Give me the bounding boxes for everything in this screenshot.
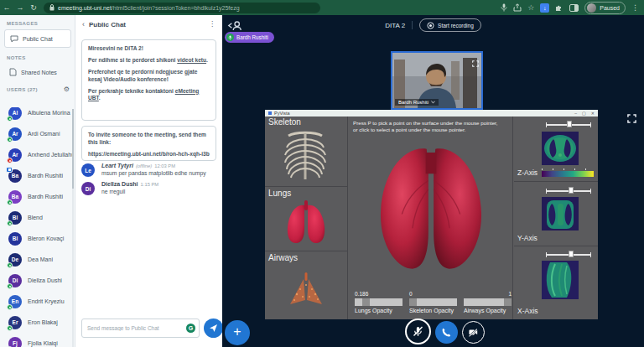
slider-handle[interactable] [409, 298, 417, 306]
y-axis-slider[interactable] [546, 188, 591, 194]
users-scrollbar-thumb[interactable] [72, 109, 74, 189]
window-maximize-icon[interactable]: ▢ [582, 110, 586, 117]
status-badge [7, 304, 13, 310]
reload-icon[interactable]: ↻ [27, 0, 40, 15]
sidebar-item-shared-notes[interactable]: Shared Notes [4, 63, 71, 81]
avatar: Ba [8, 169, 22, 183]
grammarly-icon[interactable]: G [186, 324, 195, 333]
status-badge [7, 199, 13, 205]
user-list-item[interactable]: Er Eron Blakaj [0, 312, 74, 333]
back-icon[interactable]: ← [0, 0, 13, 15]
lungs-panel[interactable]: Lungs [265, 188, 348, 251]
browser-profile[interactable]: Paused [584, 2, 626, 14]
webcam-video[interactable]: Bardh Rushiti [391, 51, 483, 110]
user-name: Albulena Morina [28, 110, 70, 116]
chat-options-icon[interactable]: ⋮ [209, 20, 216, 28]
extension-icon[interactable]: ↓ [540, 3, 549, 13]
user-list-item[interactable]: Ba Bardh Rushiti [0, 186, 74, 207]
webcam-name-label[interactable]: Bardh Rushiti [395, 99, 439, 106]
user-list-item[interactable]: Ba Bardh Rushiti [0, 165, 74, 186]
mic-muted-icon [412, 325, 424, 338]
slider-handle[interactable] [569, 251, 574, 257]
app-content: Skeleton [265, 117, 598, 319]
user-list-item[interactable]: Di Diellza Dushi [0, 270, 74, 291]
app-titlebar[interactable]: PyVista – ▢ ✕ [265, 110, 598, 117]
welcome-message: Miresevini ne DITA 2! Per ndihme si te p… [81, 39, 216, 121]
user-list-item[interactable]: En Endrit Kryeziu [0, 291, 74, 312]
user-list-item[interactable]: De Dea Mani [0, 249, 74, 270]
user-list-item[interactable]: Ar Arxhend Jetullahu [0, 144, 74, 165]
forward-icon[interactable]: → [13, 0, 27, 15]
mute-microphone-button[interactable] [405, 319, 431, 344]
user-list-item[interactable]: Al Albulena Morina [0, 107, 74, 123]
share-icon[interactable] [513, 3, 522, 12]
tab-mic-icon[interactable] [501, 3, 507, 12]
z-axis-section: Z-Axis [514, 117, 598, 182]
y-axis-label: Y-Axis [517, 234, 538, 242]
slider-value: 1 [464, 291, 512, 298]
nav-sidebar: MESSAGES Public Chat NOTES Shared Notes … [0, 15, 75, 347]
url-path: /html5client/join?sessionToken=bhdlkulz1… [112, 5, 240, 11]
help-video-link[interactable]: videot ketu [177, 57, 206, 63]
users-header: USERS (27) [7, 87, 38, 92]
user-list-item[interactable]: Bl Bleron Kovaçi [0, 228, 74, 249]
avatar: Fj [8, 337, 22, 347]
user-name: Endrit Kryeziu [28, 298, 65, 304]
z-axis-scan [542, 132, 579, 165]
user-list-item[interactable]: Fj Fjolla Klaiqi [0, 333, 74, 347]
avatar: Al [8, 107, 22, 120]
slider-label: Skeleton Opacity [409, 308, 457, 313]
airways-panel[interactable]: Airways [265, 252, 348, 319]
invite-link[interactable]: https://emeeting.ubt-uni.net/b/ron-hch-x… [88, 151, 210, 158]
webcam-fullscreen-icon[interactable] [472, 55, 479, 70]
z-axis-slider[interactable] [546, 122, 591, 128]
address-bar[interactable]: emeeting.ubt-uni.net/html5client/join?se… [44, 3, 320, 13]
side-panel-icon[interactable] [569, 4, 579, 12]
user-name: Blend [28, 215, 43, 220]
chevron-down-icon [431, 101, 435, 104]
puzzle-extensions-icon[interactable] [555, 3, 564, 12]
slider-handle[interactable] [504, 298, 512, 306]
opacity-slider[interactable] [464, 298, 512, 306]
avatar-initials: Al [13, 110, 18, 116]
opacity-slider[interactable] [409, 298, 457, 306]
message-author: Diellza Dushi [101, 181, 138, 187]
webcam-toggle-button[interactable] [462, 321, 485, 344]
user-list-item[interactable]: Ar Ardi Osmani [0, 123, 74, 144]
browser-menu-icon[interactable]: ⋮ [631, 3, 639, 12]
camera-off-icon [468, 327, 479, 338]
slider-handle[interactable] [569, 187, 574, 194]
x-axis-section: X-Axis [514, 247, 598, 319]
user-list-item[interactable]: Bl Blend [0, 207, 74, 228]
opacity-slider[interactable] [355, 298, 402, 306]
gear-icon[interactable]: ⚙ [64, 85, 70, 93]
avatar-initials: Di [13, 277, 18, 283]
skeleton-panel[interactable]: Skeleton [265, 117, 348, 187]
send-icon [209, 324, 218, 333]
window-minimize-icon[interactable]: – [574, 110, 577, 117]
avatar-initials: Ar [12, 152, 18, 158]
invite-text: To invite someone to the meeting, send t… [88, 132, 210, 147]
avatar: Bl [8, 232, 22, 246]
start-recording-button[interactable]: Start recording [419, 18, 481, 32]
slider-handle[interactable] [362, 298, 370, 306]
status-badge [7, 116, 13, 122]
slider-handle[interactable] [567, 121, 572, 127]
sidebar-item-public-chat[interactable]: Public Chat [4, 29, 71, 48]
app-3d-viewport[interactable]: Press P to pick a point on the surface u… [349, 117, 513, 319]
send-message-button[interactable] [204, 319, 223, 338]
bookmark-star-icon[interactable]: ☆ [527, 3, 534, 12]
window-close-icon[interactable]: ✕ [591, 110, 595, 117]
avatar-initials: De [12, 256, 18, 262]
chat-message-input[interactable] [81, 319, 200, 338]
invite-message: To invite someone to the meeting, send t… [81, 126, 216, 161]
actions-plus-button[interactable]: + [225, 320, 250, 345]
leave-audio-button[interactable] [435, 321, 458, 344]
presentation-fullscreen-icon[interactable] [627, 111, 636, 127]
x-axis-slider[interactable] [546, 251, 591, 258]
slider-value: 0.186 [355, 291, 402, 298]
profile-avatar [587, 3, 596, 13]
active-speaker-pill[interactable]: Bardh Rushiti [225, 32, 274, 43]
slider-label: Lungs Opacity [355, 308, 402, 313]
chat-back-icon[interactable]: ‹ [82, 20, 85, 28]
